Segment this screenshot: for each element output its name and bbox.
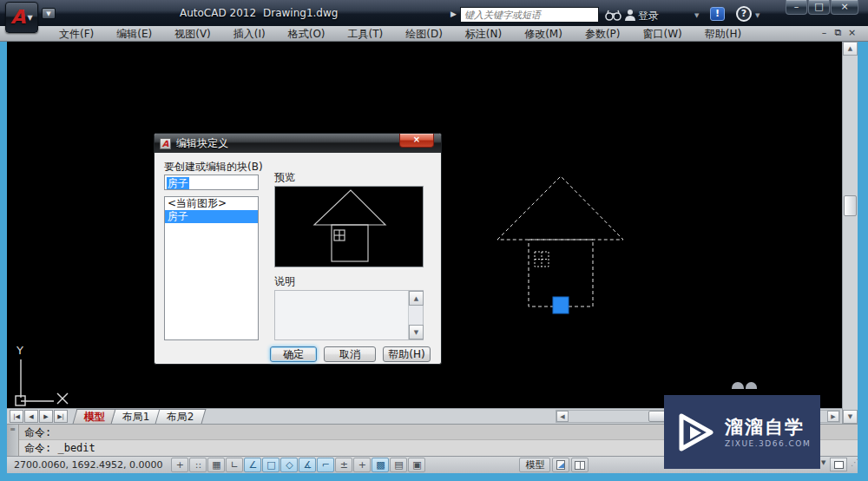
help-icon[interactable]: ?	[736, 6, 752, 22]
menu-item-format[interactable]: 格式(O)	[277, 26, 337, 42]
toggle-3d-object-snap[interactable]: ◇	[280, 458, 298, 472]
mdi-close-button[interactable]: ×	[845, 27, 858, 39]
toggle-object-snap-tracking[interactable]: ∡	[299, 458, 316, 472]
toggle-icon: ▣	[412, 459, 421, 471]
menu-item-modify[interactable]: 修改(M)	[513, 26, 574, 42]
quick-view-drawings-icon	[575, 461, 585, 470]
statusbar-menu-caret-icon[interactable]: ▼	[821, 459, 825, 466]
signin-link[interactable]: 登录	[638, 9, 659, 23]
block-list-item-house[interactable]: 房子	[165, 210, 258, 223]
toggle-selection-cycling[interactable]: ▣	[408, 458, 425, 472]
tab-model[interactable]: 模型	[73, 409, 117, 424]
menu-item-edit[interactable]: 编辑(E)	[105, 26, 163, 42]
resize-grip-icon[interactable]: ⋰	[851, 458, 859, 467]
user-icon[interactable]	[624, 7, 636, 23]
application-menu-caret-icon: ▼	[27, 14, 32, 22]
watermark-title: 溜溜自学	[725, 417, 811, 438]
menu-item-parametric[interactable]: 参数(P)	[574, 26, 632, 42]
dialog-close-button[interactable]: ×	[399, 134, 434, 148]
block-name-label: 要创建或编辑的块(B)	[164, 160, 263, 175]
vertical-scrollbar[interactable]: ▲ ▼	[842, 42, 858, 424]
window-close-button[interactable]: ×	[831, 0, 858, 15]
description-scrollbar[interactable]: ▲ ▼	[408, 291, 423, 339]
toggle-snap-mode[interactable]: ::	[189, 458, 207, 472]
window-minimize-button[interactable]: –	[786, 0, 807, 15]
vertical-scroll-thumb[interactable]	[844, 195, 857, 216]
block-preview	[274, 186, 424, 267]
description-scroll-down-icon[interactable]: ▼	[409, 325, 424, 339]
toggle-infer-constraints[interactable]: +	[171, 458, 188, 472]
menubar: 文件(F) 编辑(E) 视图(V) 插入(I) 格式(O) 工具(T) 绘图(D…	[0, 26, 868, 42]
toggle-transparency[interactable]: ▩	[372, 458, 389, 472]
toggle-icon: ▦	[212, 459, 220, 471]
tab-first-icon[interactable]: |◀	[10, 410, 23, 423]
dialog-body: 要创建或编辑的块(B) 房子 <当前图形> 房子 预览	[155, 153, 441, 364]
ucs-icon	[16, 359, 68, 405]
search-flyout-arrow-icon[interactable]: ▶	[450, 10, 457, 18]
clean-screen-button[interactable]	[830, 458, 847, 471]
cancel-button[interactable]: 取消	[324, 346, 376, 362]
help-caret-icon[interactable]: ▼	[755, 12, 760, 19]
toggle-object-snap[interactable]: □	[262, 458, 279, 472]
toggle-dynamic-ucs[interactable]: ⌐	[317, 458, 334, 472]
app-title: AutoCAD 2012	[180, 7, 256, 19]
quick-view-drawings-button[interactable]	[571, 458, 589, 472]
description-field[interactable]: ▲ ▼	[274, 290, 424, 340]
menu-item-file[interactable]: 文件(F)	[48, 26, 105, 42]
block-list[interactable]: <当前图形> 房子	[164, 196, 259, 340]
menu-item-view[interactable]: 视图(V)	[163, 26, 222, 42]
signin-caret-icon[interactable]: ▼	[694, 12, 699, 19]
watermark-play-logo-icon	[671, 407, 718, 458]
ok-button[interactable]: 确定	[270, 346, 317, 362]
tab-last-icon[interactable]: ▶|	[54, 410, 68, 423]
edit-block-definition-dialog: A 编辑块定义 × 要创建或编辑的块(B) 房子 <当前图形> 房子 预览	[154, 133, 442, 365]
scroll-up-icon[interactable]: ▲	[843, 42, 858, 56]
tab-layout2[interactable]: 布局2	[155, 409, 207, 424]
menu-item-dimension[interactable]: 标注(N)	[454, 26, 513, 42]
tab-layout1[interactable]: 布局1	[111, 409, 162, 424]
toggle-icon: ::	[195, 459, 201, 471]
quick-access-dropdown-button[interactable]: ▼	[42, 8, 56, 19]
scroll-down-icon[interactable]: ▼	[843, 410, 858, 424]
dialog-titlebar[interactable]: A 编辑块定义	[155, 134, 441, 153]
mdi-minimize-button[interactable]: –	[818, 27, 831, 39]
toggle-ortho-mode[interactable]: ∟	[226, 458, 243, 472]
scroll-right-icon[interactable]: ▶	[827, 411, 839, 422]
block-name-input[interactable]: 房子	[164, 175, 259, 190]
description-label: 说明	[274, 274, 295, 289]
toggle-icon: ⌐	[322, 459, 330, 471]
menu-item-insert[interactable]: 插入(I)	[222, 26, 277, 42]
toggle-grid-display[interactable]: ▦	[207, 458, 225, 472]
tab-prev-icon[interactable]: ◀	[24, 410, 38, 423]
description-scroll-up-icon[interactable]: ▲	[409, 291, 424, 306]
coordinates-readout[interactable]: 2700.0060, 1692.4952, 0.0000	[7, 459, 171, 471]
command-window-grip[interactable]: ≡	[7, 425, 19, 457]
block-list-item-current-drawing[interactable]: <当前图形>	[165, 197, 258, 210]
grip-point[interactable]	[553, 297, 569, 313]
toggle-polar-tracking[interactable]: ∠	[244, 458, 261, 472]
document-title: Drawing1.dwg	[263, 7, 338, 19]
toggle-dynamic-input[interactable]: ±	[335, 458, 352, 472]
toggle-lineweight[interactable]: +	[353, 458, 371, 472]
search-input[interactable]	[460, 7, 599, 23]
application-menu-button[interactable]: A ▼	[5, 2, 38, 33]
dialog-autocad-icon: A	[160, 138, 171, 149]
mdi-restore-button[interactable]: ⧉	[832, 27, 845, 39]
window-maximize-button[interactable]: □	[808, 0, 830, 15]
help-button[interactable]: 帮助(H)	[383, 346, 431, 362]
menu-item-draw[interactable]: 绘图(D)	[394, 26, 454, 42]
status-toggles: + :: ▦ ∟ ∠ □ ◇ ∡ ⌐ ± + ▩	[171, 458, 425, 472]
menu-item-help[interactable]: 帮助(H)	[694, 26, 753, 42]
search-binoculars-icon[interactable]	[604, 7, 623, 23]
house-body	[529, 240, 593, 306]
exchange-icon[interactable]: !	[710, 7, 725, 21]
scroll-left-icon[interactable]: ◀	[556, 411, 569, 422]
menu-item-window[interactable]: 窗口(W)	[632, 26, 694, 42]
tab-next-icon[interactable]: ▶	[39, 410, 53, 423]
quick-view-layouts-button[interactable]	[552, 458, 569, 472]
toggle-icon: □	[266, 459, 275, 471]
toggle-quick-properties[interactable]: ▤	[390, 458, 407, 472]
menu-item-tools[interactable]: 工具(T)	[337, 26, 395, 42]
block-preview-drawing	[275, 187, 423, 267]
model-space-button[interactable]: 模型	[519, 458, 550, 472]
